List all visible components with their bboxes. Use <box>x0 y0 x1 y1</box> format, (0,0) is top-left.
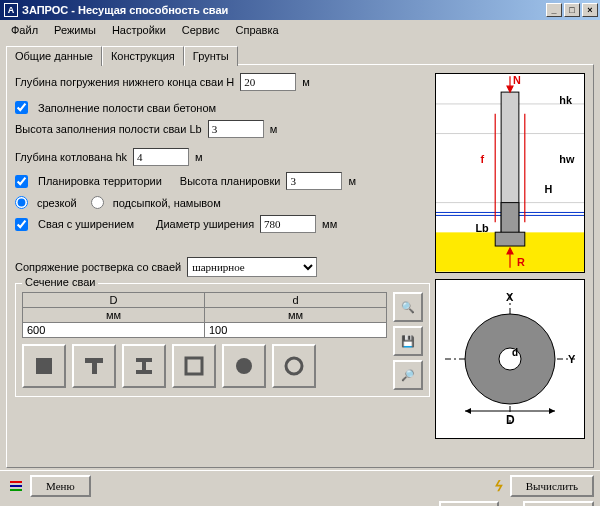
cut-radio[interactable] <box>15 196 28 209</box>
shape-rect-hollow[interactable] <box>172 344 216 388</box>
widening-dia-label: Диаметр уширения <box>156 218 254 230</box>
pile-diagram: N hk f hw H Lb R <box>435 73 585 273</box>
svg-rect-0 <box>36 358 52 374</box>
report-button[interactable]: Отчет <box>439 501 499 506</box>
shape-tee[interactable] <box>72 344 116 388</box>
widening-dia-unit: мм <box>322 218 337 230</box>
pit-depth-input[interactable] <box>133 148 189 166</box>
depth-H-unit: м <box>302 76 310 88</box>
bottom-toolbar: Меню ϟ Вычислить <box>0 470 600 501</box>
tabs: Общие данные Конструкция Грунты <box>6 46 594 66</box>
svg-point-8 <box>286 358 302 374</box>
save-view-button[interactable]: 💾 <box>393 326 423 356</box>
fill-height-input[interactable] <box>208 120 264 138</box>
svg-rect-5 <box>136 370 152 374</box>
svg-point-7 <box>236 358 252 374</box>
menu-button[interactable]: Меню <box>30 475 91 497</box>
pit-group: Глубина котлована hk м Планировка террит… <box>15 148 430 209</box>
menu-help[interactable]: Справка <box>228 22 285 38</box>
diagram-R: R <box>517 256 525 268</box>
svg-rect-34 <box>10 489 22 491</box>
planning-height-label: Высота планировки <box>180 175 281 187</box>
shape-ibeam[interactable] <box>122 344 166 388</box>
tab-general[interactable]: Общие данные <box>6 46 102 66</box>
depth-H-input[interactable] <box>240 73 296 91</box>
svg-rect-6 <box>186 358 202 374</box>
planning-height-input[interactable] <box>286 172 342 190</box>
close-button[interactable]: × <box>582 3 598 17</box>
planning-height-unit: м <box>348 175 356 187</box>
zoom-out-icon: 🔎 <box>401 369 415 382</box>
shape-circle-solid[interactable] <box>222 344 266 388</box>
menu-settings[interactable]: Настройки <box>105 22 173 38</box>
col-d-unit: мм <box>205 308 387 323</box>
planning-label: Планировка территории <box>38 175 162 187</box>
col-d-header: d <box>205 293 387 308</box>
coupling-select[interactable]: шарнирное <box>187 257 317 277</box>
fill-label: подсыпкой, намывом <box>113 197 221 209</box>
cell-D[interactable]: 600 <box>23 323 205 338</box>
maximize-button[interactable]: □ <box>564 3 580 17</box>
cs-d: d <box>512 347 518 358</box>
menubar: Файл Режимы Настройки Сервис Справка <box>0 20 600 40</box>
shape-circle-hollow[interactable] <box>272 344 316 388</box>
widening-checkbox[interactable] <box>15 218 28 231</box>
help-button[interactable]: Справка <box>523 501 594 506</box>
widening-dia-input[interactable] <box>260 215 316 233</box>
menu-file[interactable]: Файл <box>4 22 45 38</box>
section-legend: Сечение сваи <box>22 276 98 288</box>
svg-rect-33 <box>10 485 22 487</box>
zoom-out-button[interactable]: 🔎 <box>393 360 423 390</box>
coupling-label: Сопряжение ростверка со сваей <box>15 261 181 273</box>
titlebar: A ЗАПРОС - Несущая способность сваи _ □ … <box>0 0 600 20</box>
tab-grounds[interactable]: Грунты <box>184 46 238 66</box>
widening-label: Свая с уширением <box>38 218 134 230</box>
tab-panel: Глубина погружения нижнего конца сваи H … <box>6 64 594 468</box>
fill-height-unit: м <box>270 123 278 135</box>
section-group: Сечение сваи D d мм мм <box>15 283 430 397</box>
zoom-in-icon: 🔍 <box>401 301 415 314</box>
fill-concrete-checkbox[interactable] <box>15 101 28 114</box>
svg-rect-32 <box>10 481 22 483</box>
diagram-hk: hk <box>559 94 573 106</box>
cut-label: срезкой <box>37 197 77 209</box>
calc-button[interactable]: Вычислить <box>510 475 594 497</box>
col-D-header: D <box>23 293 205 308</box>
fill-concrete-label: Заполнение полости сваи бетоном <box>38 102 216 114</box>
cs-D: D <box>506 413 515 427</box>
diagram-N: N <box>513 74 521 86</box>
diagram-hw: hw <box>559 153 575 165</box>
app-icon: A <box>4 3 18 17</box>
diagram-H: H <box>545 183 553 195</box>
fill-radio[interactable] <box>91 196 104 209</box>
svg-marker-20 <box>507 86 513 92</box>
bolt-icon: ϟ <box>490 478 506 494</box>
depth-H-label: Глубина погружения нижнего конца сваи H <box>15 76 234 88</box>
window-title: ЗАПРОС - Несущая способность сваи <box>22 4 544 16</box>
section-table: D d мм мм 600 100 <box>22 292 387 338</box>
cell-d[interactable]: 100 <box>205 323 387 338</box>
planning-checkbox[interactable] <box>15 175 28 188</box>
svg-marker-31 <box>549 408 555 414</box>
fill-height-label: Высота заполнения полости сваи Lb <box>15 123 202 135</box>
svg-rect-18 <box>495 232 525 246</box>
cross-section-diagram: X Y d D <box>435 279 585 439</box>
cs-X: X <box>506 291 514 303</box>
menu-service[interactable]: Сервис <box>175 22 227 38</box>
menu-modes[interactable]: Режимы <box>47 22 103 38</box>
zoom-in-button[interactable]: 🔍 <box>393 292 423 322</box>
tab-construction[interactable]: Конструкция <box>102 46 184 66</box>
minimize-button[interactable]: _ <box>546 3 562 17</box>
svg-rect-2 <box>92 358 97 374</box>
col-D-unit: мм <box>23 308 205 323</box>
pit-depth-unit: м <box>195 151 203 163</box>
diagram-f: f <box>480 153 484 165</box>
bottom-toolbar-2: 2004 W Отчет ◆ Справка <box>0 501 600 506</box>
svg-marker-30 <box>465 408 471 414</box>
pit-depth-label: Глубина котлована hk <box>15 151 127 163</box>
menu-icon <box>6 478 26 494</box>
diagram-Lb: Lb <box>475 222 489 234</box>
save-icon: 💾 <box>401 335 415 348</box>
cs-Y: Y <box>568 353 576 365</box>
shape-rect-solid[interactable] <box>22 344 66 388</box>
